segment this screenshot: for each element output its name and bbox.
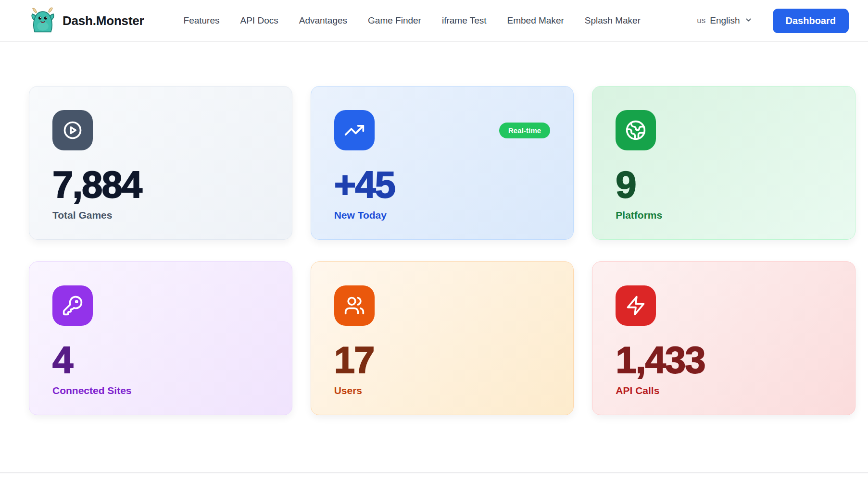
stat-value: +45	[334, 166, 551, 203]
dashboard-stats-section: 7,884 Total Games Real-time +45 New Toda…	[0, 86, 868, 415]
main-nav: FeaturesAPI DocsAdvantagesGame Finderifr…	[184, 15, 641, 26]
stat-label: Total Games	[52, 210, 269, 221]
bottom-divider	[0, 472, 868, 473]
stats-grid: 7,884 Total Games Real-time +45 New Toda…	[29, 86, 855, 415]
stat-value: 4	[52, 341, 269, 379]
nav-item-game-finder[interactable]: Game Finder	[368, 15, 421, 26]
stat-card-total-games: 7,884 Total Games	[29, 86, 292, 240]
trending-up-icon	[334, 110, 375, 150]
stat-label: API Calls	[616, 385, 832, 396]
nav-item-advantages[interactable]: Advantages	[299, 15, 347, 26]
brand-logo[interactable]: Dash.Monster	[30, 6, 144, 36]
topbar-right: us English Dashboard	[697, 9, 849, 33]
language-flag-code: us	[697, 16, 705, 25]
dashboard-button[interactable]: Dashboard	[773, 9, 849, 33]
nav-item-iframe-test[interactable]: iframe Test	[442, 15, 487, 26]
stat-card-new-today: Real-time +45 New Today	[311, 86, 574, 240]
stat-label: Platforms	[616, 210, 832, 221]
stat-value: 7,884	[52, 166, 269, 203]
stat-value: 1,433	[616, 341, 832, 379]
top-navbar: Dash.Monster FeaturesAPI DocsAdvantagesG…	[0, 0, 868, 42]
stat-card-users: 17 Users	[311, 261, 574, 415]
globe-icon	[616, 110, 656, 150]
monster-mascot-icon	[30, 6, 56, 36]
stat-label: Connected Sites	[52, 385, 269, 396]
zap-icon	[616, 285, 656, 326]
nav-item-api-docs[interactable]: API Docs	[240, 15, 278, 26]
play-circle-icon	[52, 110, 93, 150]
language-selector[interactable]: us English	[697, 15, 752, 26]
brand-title: Dash.Monster	[63, 13, 144, 28]
users-icon	[334, 285, 375, 326]
stat-value: 9	[616, 166, 832, 203]
nav-item-embed-maker[interactable]: Embed Maker	[507, 15, 564, 26]
stat-card-platforms: 9 Platforms	[592, 86, 855, 240]
stat-card-connected-sites: 4 Connected Sites	[29, 261, 292, 415]
stat-label: Users	[334, 385, 551, 396]
stat-label: New Today	[334, 210, 551, 221]
chevron-down-icon	[744, 16, 753, 26]
nav-item-splash-maker[interactable]: Splash Maker	[585, 15, 641, 26]
stat-card-api-calls: 1,433 API Calls	[592, 261, 855, 415]
language-label: English	[710, 15, 740, 26]
nav-item-features[interactable]: Features	[184, 15, 220, 26]
realtime-badge: Real-time	[499, 123, 550, 138]
stat-value: 17	[334, 341, 551, 379]
key-icon	[52, 285, 93, 326]
